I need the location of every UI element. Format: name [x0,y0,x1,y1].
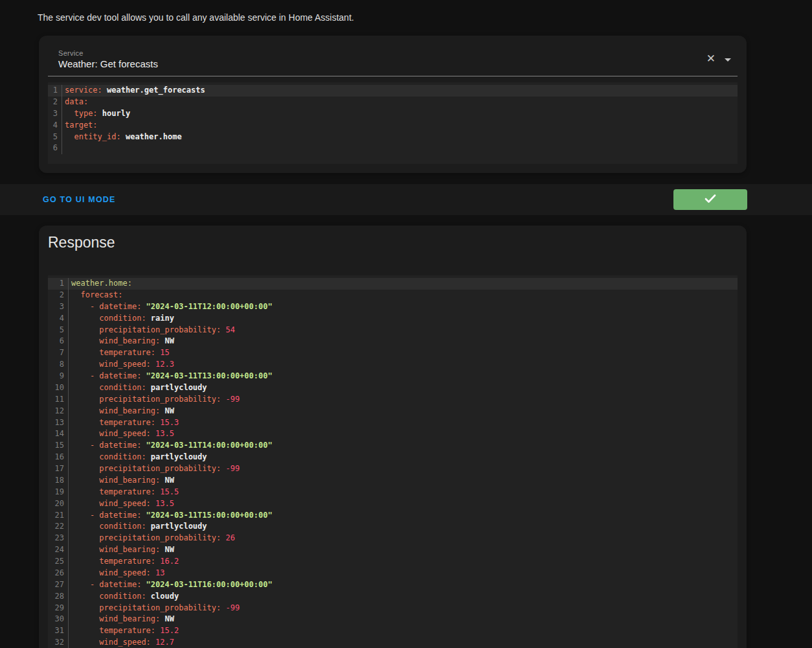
caret-down-icon[interactable] [725,58,731,62]
code-line[interactable]: 17 precipitation_probability: -99 [48,463,738,475]
code-line[interactable]: 10 condition: partlycloudy [48,382,738,394]
code-line[interactable]: 30 wind_bearing: NW [48,614,738,625]
code-line[interactable]: 4 condition: rainy [48,313,738,325]
line-number: 13 [48,417,68,429]
code-line[interactable]: 7 temperature: 15 [48,347,738,359]
line-number: 1 [48,85,62,97]
line-number: 31 [48,625,68,637]
code-line[interactable]: 4target: [48,120,738,132]
line-number: 5 [48,132,62,143]
code-line[interactable]: 1service: weather.get_forecasts [48,85,738,97]
code-line-content: wind_speed: 12.3 [68,359,738,371]
line-number: 4 [48,120,62,132]
code-line[interactable]: 6 wind_bearing: NW [48,336,738,347]
code-line-content: temperature: 15.2 [68,625,738,637]
code-line-content: wind_bearing: NW [68,544,738,556]
code-line-content: data: [62,97,738,108]
code-line[interactable]: 6 [48,143,738,154]
code-line[interactable]: 3 - datetime: "2024-03-11T12:00:00+00:00… [48,301,738,313]
code-line-content: - datetime: "2024-03-11T13:00:00+00:00" [68,371,738,382]
line-number: 17 [48,463,68,475]
line-number: 14 [48,428,68,440]
code-line-content: forecast: [68,290,738,301]
code-line-content: temperature: 15 [68,347,738,359]
service-data-yaml-editor[interactable]: 1service: weather.get_forecasts2data:3 t… [48,82,738,164]
code-line[interactable]: 19 temperature: 15.5 [48,487,738,498]
line-number: 22 [48,521,68,533]
clear-icon[interactable]: ✕ [706,53,716,64]
code-line[interactable]: 1weather.home: [48,278,738,290]
code-line[interactable]: 11 precipitation_probability: -99 [48,394,738,406]
dev-tools-services-page: { "intro": "The service dev tool allows … [0,0,812,648]
code-line[interactable]: 29 precipitation_probability: -99 [48,603,738,614]
code-line-content: condition: cloudy [68,591,738,603]
code-line[interactable]: 5 entity_id: weather.home [48,132,738,143]
code-line-content: type: hourly [62,108,738,120]
service-call-card: Service Weather: Get forecasts ✕ 1servic… [39,36,747,173]
code-line-content: wind_speed: 13.5 [68,428,738,440]
code-line[interactable]: 21 - datetime: "2024-03-11T15:00:00+00:0… [48,510,738,522]
line-number: 15 [48,440,68,452]
code-line-content: condition: partlycloudy [68,452,738,463]
service-picker-label: Service [58,49,84,57]
code-line-content: precipitation_probability: 26 [68,533,738,544]
line-number: 28 [48,591,68,603]
code-line[interactable]: 24 wind_bearing: NW [48,544,738,556]
code-line[interactable]: 20 wind_speed: 13.5 [48,498,738,510]
code-line-content: - datetime: "2024-03-11T14:00:00+00:00" [68,440,738,452]
code-line[interactable]: 28 condition: cloudy [48,591,738,603]
line-number: 16 [48,452,68,463]
code-line[interactable]: 9 - datetime: "2024-03-11T13:00:00+00:00… [48,371,738,382]
code-line-content: wind_speed: 13.5 [68,498,738,510]
code-line[interactable]: 12 wind_bearing: NW [48,406,738,417]
code-line[interactable]: 15 - datetime: "2024-03-11T14:00:00+00:0… [48,440,738,452]
line-number: 8 [48,359,68,371]
code-line-content: - datetime: "2024-03-11T15:00:00+00:00" [68,510,738,522]
code-line-content: precipitation_probability: -99 [68,394,738,406]
service-picker-value: Weather: Get forecasts [58,58,158,69]
code-line[interactable]: 3 type: hourly [48,108,738,120]
response-yaml-viewer[interactable]: 1weather.home:2 forecast:3 - datetime: "… [48,275,738,648]
line-number: 27 [48,579,68,591]
go-to-ui-mode-button[interactable]: GO TO UI MODE [43,195,116,204]
service-picker[interactable]: Service Weather: Get forecasts ✕ [48,45,738,76]
code-line[interactable]: 31 temperature: 15.2 [48,625,738,637]
line-number: 9 [48,371,68,382]
code-line[interactable]: 13 temperature: 15.3 [48,417,738,429]
code-line-content: wind_bearing: NW [68,406,738,417]
line-number: 3 [48,301,68,313]
code-line-content: temperature: 16.2 [68,556,738,568]
code-line[interactable]: 27 - datetime: "2024-03-11T16:00:00+00:0… [48,579,738,591]
response-card: Response 1weather.home:2 forecast:3 - da… [39,226,747,648]
code-line[interactable]: 5 precipitation_probability: 54 [48,325,738,336]
line-number: 6 [48,336,68,347]
code-line-content: wind_bearing: NW [68,475,738,487]
code-line-content: wind_bearing: NW [68,336,738,347]
line-number: 18 [48,475,68,487]
code-line-content: temperature: 15.3 [68,417,738,429]
code-line-content: wind_bearing: NW [68,614,738,625]
call-service-button[interactable] [673,189,747,210]
code-line[interactable]: 22 condition: partlycloudy [48,521,738,533]
code-line-content: entity_id: weather.home [62,132,738,143]
code-line-content: condition: partlycloudy [68,521,738,533]
code-line-content: precipitation_probability: -99 [68,603,738,614]
code-line-content: condition: rainy [68,313,738,325]
code-line-content: temperature: 15.5 [68,487,738,498]
line-number: 7 [48,347,68,359]
line-number: 5 [48,325,68,336]
code-line[interactable]: 14 wind_speed: 13.5 [48,428,738,440]
code-line[interactable]: 8 wind_speed: 12.3 [48,359,738,371]
line-number: 32 [48,637,68,648]
code-line[interactable]: 16 condition: partlycloudy [48,452,738,463]
code-line-content: target: [62,120,738,132]
code-line-content: condition: partlycloudy [68,382,738,394]
code-line[interactable]: 2 forecast: [48,290,738,301]
code-line[interactable]: 23 precipitation_probability: 26 [48,533,738,544]
code-line-content: precipitation_probability: -99 [68,463,738,475]
code-line[interactable]: 25 temperature: 16.2 [48,556,738,568]
code-line[interactable]: 32 wind_speed: 12.7 [48,637,738,648]
code-line[interactable]: 26 wind_speed: 13 [48,568,738,579]
code-line[interactable]: 2data: [48,97,738,108]
code-line[interactable]: 18 wind_bearing: NW [48,475,738,487]
